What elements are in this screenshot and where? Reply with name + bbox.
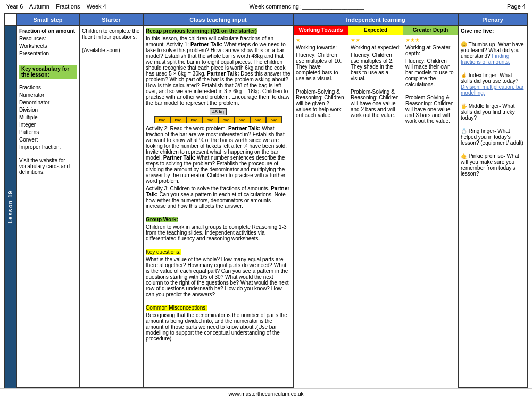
wt-title: Working towards: [296,45,346,51]
top-bar: Year 6 – Autumn – Fractions – Week 4 Wee… [0,0,532,13]
vocab-multiple: Multiple [19,114,77,120]
fractions-link[interactable]: Finding fractions of amounts. [461,53,510,65]
group-work-label: Group Work: [146,217,178,222]
gd-fluency: Fluency: Children will make their own ba… [405,58,455,87]
expected-cell: ★★ Working at expected: Fluency: Childre… [348,35,403,388]
exp-fluency: Fluency: Children use multiples of 2. Th… [351,52,401,81]
plenary-cell: Give me five: 😊 Thumbs up- What have you… [458,26,527,388]
vocab-label: Key vocabulary for the lesson: [19,65,77,79]
teaching-para1: In this lesson, the children will calcul… [146,36,290,106]
starter-text: Children to complete the fluent in four … [82,28,140,40]
bar-seg-8: 6kg [266,116,282,123]
main-table: Small step Starter Class teaching input … [4,13,528,388]
wt-ps: Problem-Solving & Reasoning: Children wi… [296,89,346,118]
exp-ps: Problem-Solving & Reasoning: Children wi… [351,89,401,118]
starter-available: (Available soon) [82,47,140,53]
header-row: Small step Starter Class teaching input … [5,14,527,26]
fraction-title: Fraction of an amount [19,28,77,34]
exp-stars: ★★ [351,37,401,43]
resources-label: Resources: [19,36,77,41]
plenary-item-1: 😊 Thumbs up- What have you learnt? What … [461,41,525,65]
week-commencing: Week commencing: ___________________ [250,3,364,10]
working-towards-header: Working Towards [294,26,348,35]
greater-depth-header: Greater Depth [403,26,458,35]
bar-seg-7: 6kg [250,116,266,123]
ring-icon: 💍 [461,128,467,134]
plenary-title: Give me five: [461,28,525,34]
expected-header: Expected [348,26,403,35]
wt-fluency: Fluency: Children use multiples of 10. T… [296,52,346,81]
teaching-cell: Recap previous learning: (Q1 on the star… [143,26,293,388]
website-note: Visit the website for vocabulary cards a… [19,157,77,175]
thumbs-icon: 😊 [461,41,467,47]
starter-cell: Children to complete the fluent in four … [79,26,143,388]
teaching-header: Class teaching input [143,14,293,26]
starter-header: Starter [79,14,143,26]
vocab-integer: Integer [19,122,77,128]
key-questions-label: Key questions: [146,249,181,255]
presentation: Presentation [19,51,77,56]
middle-icon: 🖐 [461,103,467,109]
greater-depth-cell: ★★★ Working at Greater depth: Fluency: C… [403,35,458,388]
misconceptions-label: Common Misconceptions: [146,305,207,311]
index-icon: ☝ [461,72,467,78]
gd-stars: ★★★ [405,37,455,43]
independent-sub-content: ★ Working towards: Fluency: Children use… [294,35,458,388]
plenary-item-3: 🖐 Middle finger- What skills did you fin… [461,103,525,121]
teaching-para3: Activity 3: Children to solve the fracti… [146,186,290,209]
bar-model-label: 48 kg [210,108,227,115]
small-step-cell: Fraction of an amount Resources: Workshe… [16,26,79,388]
independent-sub-headers: Working Towards Expected Greater Depth [294,26,458,35]
vocab-division: Division [19,107,77,113]
bar-seg-2: 6kg [170,116,186,123]
page-number: Page 4 [507,3,526,10]
vocab-fractions: Fractions [19,85,77,90]
group-work-text: Children to work in small groups to comp… [146,224,290,242]
plenary-item-4: 💍 Ring finger- What helped you in today'… [461,128,525,146]
teaching-para2: Activity 2: Read the word problem. Partn… [146,126,290,184]
worksheets: Worksheets [19,43,77,49]
exp-title: Working at expected: [351,45,401,51]
content-row: Lesson 19 Fraction of an amount Resource… [5,26,527,388]
bar-seg-6: 6kg [234,116,250,123]
bar-seg-1: 6kg [154,116,170,123]
misconceptions-text: Recognising that the denominator is the … [146,312,290,342]
bar-seg-4: 6kg [202,116,218,123]
independent-header: Independent learning [293,14,458,26]
bar-model-segments: 6kg 6kg 6kg 6kg 6kg 6kg 6kg 6kg [154,116,282,123]
small-step-header: Small step [16,14,79,26]
plenary-item-5: 🤙 Pinkie promise- What will you make sur… [461,153,525,177]
working-towards-cell: ★ Working towards: Fluency: Children use… [294,35,348,388]
gd-ps: Problem-Solving & Reasoning: Children wi… [405,95,455,124]
key-questions-text: What is the value of the whole? How many… [146,256,290,297]
page-wrapper: Year 6 – Autumn – Fractions – Week 4 Wee… [0,0,532,399]
footer-url: www.masterthecurriculum.co.uk [228,391,303,397]
plenary-item-2: ☝ Index finger- What skills did you use … [461,72,525,96]
vocab-denominator: Denominator [19,99,77,105]
bar-seg-3: 6kg [186,116,202,123]
lesson-sidebar: Lesson 19 [5,26,16,388]
lesson-number: Lesson 19 [7,190,14,223]
vocab-numerator: Numerator [19,92,77,98]
bar-model: 48 kg 6kg 6kg 6kg 6kg 6kg 6kg 6kg 6kg [146,108,290,123]
plenary-header: Plenary [458,14,527,26]
wt-stars: ★ [296,37,346,43]
gd-title: Working at Greater depth: [405,45,455,56]
vocab-convert: Convert [19,137,77,143]
vocab-patterns: Patterns [19,129,77,135]
recap-label: Recap previous learning: (Q1 on the star… [146,28,257,34]
bar-seg-5: 6kg [218,116,234,123]
pinkie-icon: 🤙 [461,153,467,159]
document-title: Year 6 – Autumn – Fractions – Week 4 [6,3,106,10]
vocab-improper: Improper fraction. [19,144,77,150]
independent-cell: Working Towards Expected Greater Depth ★… [293,26,458,388]
skills-link[interactable]: Division, multiplication, bar modelling. [461,84,523,96]
footer: www.masterthecurriculum.co.uk [0,388,532,399]
